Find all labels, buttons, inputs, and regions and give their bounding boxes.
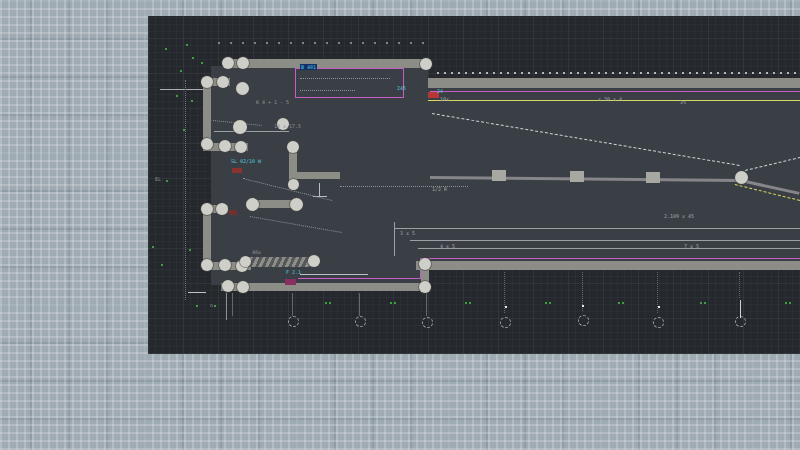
red-block-mark[interactable]	[229, 210, 237, 215]
green-dot	[196, 305, 198, 307]
pier-symbol[interactable]	[570, 171, 584, 182]
red-block-mark[interactable]	[232, 168, 242, 173]
column-symbol[interactable]	[237, 281, 249, 293]
cad-line[interactable]	[340, 186, 468, 187]
cad-line[interactable]	[160, 89, 203, 90]
column-symbol[interactable]	[219, 259, 231, 271]
annotation-label[interactable]: 1/2 R	[432, 186, 447, 192]
cad-line[interactable]	[214, 131, 289, 132]
axis-bubble[interactable]	[500, 317, 511, 328]
hatched-wall-segment[interactable]	[243, 257, 317, 267]
wall-segment[interactable]	[224, 59, 430, 68]
column-symbol[interactable]	[201, 203, 213, 215]
column-symbol[interactable]	[236, 82, 249, 95]
node-dot	[505, 306, 507, 308]
column-symbol[interactable]	[237, 57, 249, 69]
annotation-label[interactable]: 245	[397, 85, 406, 91]
annotation-label[interactable]: 3%	[680, 99, 686, 105]
green-mark	[329, 302, 331, 304]
axis-bubble[interactable]	[288, 316, 299, 327]
pier-symbol[interactable]	[492, 170, 506, 181]
cad-line[interactable]	[426, 293, 427, 316]
cad-line[interactable]	[430, 91, 800, 92]
green-dot	[192, 57, 194, 59]
annotation-label[interactable]: B 401	[300, 64, 317, 70]
column-symbol[interactable]	[420, 58, 432, 70]
column-symbol[interactable]	[735, 171, 748, 184]
axis-bubble[interactable]	[422, 317, 433, 328]
column-symbol[interactable]	[233, 120, 247, 134]
green-dot	[152, 246, 154, 248]
pier-symbol[interactable]	[646, 172, 660, 183]
drawing-canvas[interactable]: B 40124524SL 02/10 WF 2.110xx 30 x 43%1/…	[148, 16, 800, 354]
axis-bubble[interactable]	[735, 316, 746, 327]
cad-line[interactable]	[319, 183, 320, 196]
annotation-label[interactable]: 7 x 5	[684, 243, 699, 249]
green-mark	[622, 302, 624, 304]
column-symbol[interactable]	[240, 256, 251, 267]
cad-line[interactable]	[394, 222, 395, 256]
green-dot	[214, 305, 216, 307]
cad-line[interactable]	[410, 240, 800, 241]
annotation-label[interactable]: n	[210, 302, 213, 308]
annotation-label[interactable]: 4 x 5	[440, 243, 455, 249]
cad-line[interactable]	[292, 293, 293, 316]
wall-segment[interactable]	[416, 261, 800, 270]
annotation-label[interactable]: 10 x 17.5	[274, 123, 301, 129]
annotation-label[interactable]: 24	[437, 88, 443, 94]
cad-line[interactable]	[185, 80, 186, 300]
column-symbol[interactable]	[222, 280, 234, 292]
selection-highlight-rect[interactable]	[295, 68, 404, 98]
cad-line[interactable]	[395, 228, 800, 229]
axis-bubble[interactable]	[653, 317, 664, 328]
tick-marks-row	[437, 72, 800, 74]
column-symbol[interactable]	[201, 259, 213, 271]
green-dot	[166, 180, 168, 182]
cad-line[interactable]	[418, 248, 800, 249]
annotation-label[interactable]: K 4 + 1 - 5	[256, 99, 289, 105]
tick-marks-row	[218, 42, 428, 44]
cad-line[interactable]	[359, 293, 360, 316]
column-symbol[interactable]	[235, 141, 247, 153]
axis-bubble[interactable]	[578, 315, 589, 326]
cad-line[interactable]	[421, 258, 800, 259]
column-symbol[interactable]	[201, 76, 213, 88]
column-symbol[interactable]	[216, 203, 228, 215]
column-symbol[interactable]	[246, 198, 259, 211]
green-dot	[186, 44, 188, 46]
annotation-label[interactable]: 10x	[440, 96, 449, 102]
column-symbol[interactable]	[419, 281, 431, 293]
green-mark	[325, 302, 327, 304]
annotation-label[interactable]: F 2.1	[286, 269, 301, 275]
column-symbol[interactable]	[219, 140, 231, 152]
green-mark	[469, 302, 471, 304]
column-symbol[interactable]	[290, 198, 303, 211]
cad-line[interactable]	[298, 278, 421, 279]
column-symbol[interactable]	[308, 255, 320, 267]
cad-line[interactable]	[300, 274, 368, 275]
cad-line[interactable]	[739, 272, 740, 298]
column-symbol[interactable]	[222, 57, 234, 69]
column-symbol[interactable]	[288, 179, 299, 190]
green-mark	[789, 302, 791, 304]
cad-line[interactable]	[188, 292, 206, 293]
cad-line[interactable]	[226, 293, 227, 320]
annotation-label[interactable]: x 30 x 4	[598, 96, 622, 102]
axis-bubble[interactable]	[355, 316, 366, 327]
wall-segment[interactable]	[221, 283, 430, 291]
annotation-label[interactable]: 2.109 x 45	[664, 213, 694, 219]
green-dot	[161, 264, 163, 266]
red-block-mark[interactable]	[285, 279, 296, 285]
cad-line[interactable]	[232, 293, 233, 316]
annotation-label[interactable]: 40x	[252, 249, 261, 255]
green-dot	[180, 70, 182, 72]
column-symbol[interactable]	[201, 138, 213, 150]
annotation-label[interactable]: SL 02/10 W	[231, 158, 261, 164]
annotation-label[interactable]: EL	[155, 176, 161, 182]
wall-segment[interactable]	[428, 78, 800, 88]
column-symbol[interactable]	[419, 258, 431, 270]
column-symbol[interactable]	[217, 76, 229, 88]
annotation-label[interactable]: 3 x 5	[400, 230, 415, 236]
column-symbol[interactable]	[287, 141, 299, 153]
wall-segment[interactable]	[293, 172, 340, 179]
